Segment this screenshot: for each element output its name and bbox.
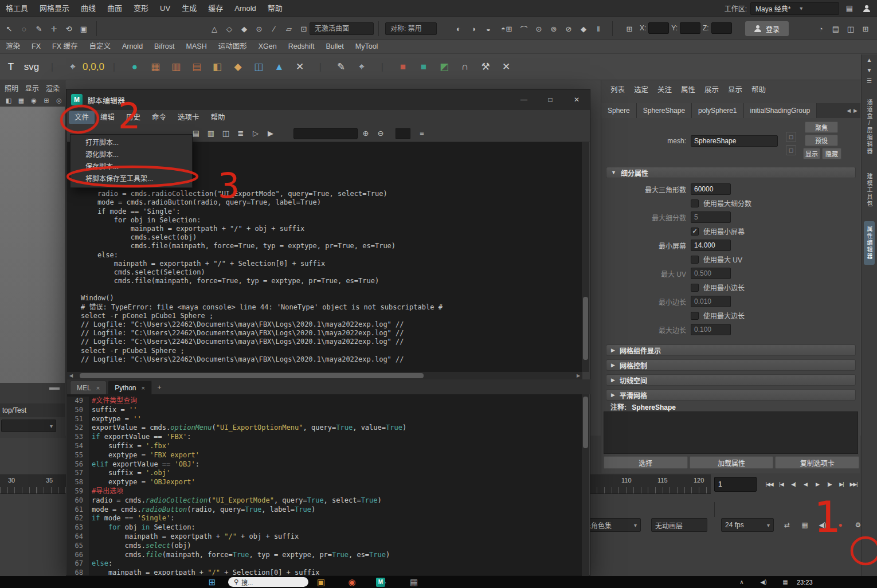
user-icon[interactable] <box>860 2 874 15</box>
taskbar-search[interactable]: ⚲ 搜... <box>228 577 308 587</box>
clip-editor-icon[interactable]: ▦ <box>798 519 811 531</box>
code-line[interactable]: 68 mainpath = exportpath + "/" + Selecti… <box>67 569 582 575</box>
viewport[interactable] <box>0 107 65 383</box>
code-line[interactable]: 53if exportValue == 'FBX': <box>67 433 582 442</box>
shelf-tab[interactable]: FX 缓存 <box>46 40 83 53</box>
scroll-right-icon[interactable]: ▶ <box>574 373 582 378</box>
code-line[interactable]: 67else: <box>67 559 582 569</box>
network-icon[interactable]: ▦ <box>778 575 792 588</box>
shelf-tab[interactable]: FX <box>26 40 46 53</box>
step-back-button[interactable]: ◀| <box>788 477 799 491</box>
code-line[interactable]: 63 for obj in Selection: <box>67 523 582 532</box>
hierarchy-select-icon[interactable]: △ <box>207 22 221 36</box>
code-line[interactable]: 58 exptype = 'OBJexport' <box>67 478 582 487</box>
select-tool-icon[interactable]: ↖ <box>2 22 16 36</box>
sidebar-tab-attribute-editor[interactable]: 属性编辑器 <box>864 221 875 265</box>
snap-center-icon[interactable]: ⊚ <box>547 22 561 36</box>
grid-icon[interactable]: ⊞ <box>41 95 52 105</box>
next-key-button[interactable]: ▶| <box>836 477 847 491</box>
hide-button[interactable]: 隐藏 <box>822 148 841 159</box>
input-connections-icon[interactable]: □ <box>786 132 796 142</box>
menu-item[interactable]: 变形 <box>128 0 154 17</box>
play-backwards-button[interactable]: ◀ <box>800 477 811 491</box>
shelf-separator[interactable]: | <box>104 56 124 78</box>
shelf-tab[interactable]: 自定义 <box>83 40 116 53</box>
symmetry-field[interactable]: 对称: 禁用 <box>385 22 437 35</box>
object-select-icon[interactable]: ◇ <box>222 22 236 36</box>
sphere-primitive-icon[interactable]: ● <box>125 56 144 78</box>
sidebar-tab-channel-box[interactable]: 通道盒/层编辑器 <box>864 95 875 159</box>
node-tab[interactable]: SphereShape <box>637 103 692 118</box>
footer-button[interactable]: 加载属性 <box>690 456 774 469</box>
target-weld-icon[interactable]: ⌖ <box>352 56 371 78</box>
horizontal-scrollbar[interactable]: ◀ ▶ <box>67 372 582 379</box>
fps-dropdown[interactable]: 24 fps ▾ <box>721 518 774 532</box>
code-line[interactable]: 57 suffix = '.obj' <box>67 469 582 478</box>
command-menu[interactable]: 命令 <box>146 111 172 124</box>
component-select-icon[interactable]: ◆ <box>237 22 251 36</box>
echo-commands-icon[interactable]: ◫ <box>219 127 233 140</box>
max-uv-field[interactable]: 0.500 <box>691 268 731 279</box>
code-line[interactable]: 50suffix = '' <box>67 406 582 415</box>
playback-loop-icon[interactable]: ⇄ <box>781 519 793 531</box>
code-line[interactable]: 60radio = cmds.radioCollection("UI_Expor… <box>67 496 582 505</box>
menu-item[interactable]: 生成 <box>176 0 202 17</box>
attr-menu-item[interactable]: 关注 <box>653 84 676 95</box>
cube-separate-icon[interactable]: ▥ <box>166 56 186 78</box>
presets-button[interactable]: 预设 <box>805 135 838 146</box>
measure-tool-icon[interactable]: ⌖ <box>63 56 83 78</box>
menu-item[interactable]: 曲线 <box>75 0 101 17</box>
dropdown-menu-item[interactable]: 将脚本保存至工具架... <box>71 173 192 185</box>
code-line[interactable]: 56elif exportValue == 'OBJ': <box>67 460 582 469</box>
line-numbers-icon[interactable]: ≣ <box>234 127 248 140</box>
edge-select-icon[interactable]: ∕ <box>267 22 281 36</box>
maximize-button[interactable]: □ <box>537 89 563 110</box>
use-min-screen-checkbox[interactable] <box>691 228 699 236</box>
cube-combine-icon[interactable]: ▦ <box>146 56 165 78</box>
login-button[interactable]: 登录 <box>745 21 789 36</box>
max-edge-field[interactable]: 0.100 <box>691 324 731 335</box>
footer-button[interactable]: 复制选项卡 <box>775 456 859 469</box>
folder-icon[interactable]: ▣ <box>314 575 328 588</box>
attr-menu-item[interactable]: 显示 <box>723 84 747 95</box>
step-forward-button[interactable]: |▶ <box>824 477 835 491</box>
section-header[interactable]: ▶ 网格组件显示 <box>606 344 856 356</box>
menu-item[interactable]: Arnold <box>229 0 262 17</box>
node-tab[interactable]: Sphere <box>601 103 637 118</box>
shading-icon[interactable]: ◧ <box>3 95 14 105</box>
attr-menu-item[interactable]: 选定 <box>629 84 653 95</box>
windows-start-icon[interactable]: ⊞ <box>205 575 219 588</box>
render-view-icon[interactable]: ◔ <box>814 22 828 36</box>
tab-python[interactable]: Python × <box>108 381 152 394</box>
execute-all-icon[interactable]: ▷ <box>249 127 263 140</box>
text-tool-icon[interactable]: T <box>1 56 21 78</box>
code-line[interactable]: 52exportValue = cmds.optionMenu("UI_Expo… <box>67 424 582 433</box>
viewport-menu-item[interactable]: 显示 <box>25 83 39 93</box>
code-line[interactable]: 65 cmds.select(obj) <box>67 542 582 551</box>
shelf-tab[interactable]: Bifrost <box>148 40 180 53</box>
section-header[interactable]: ▶ 网格控制 <box>606 359 856 371</box>
auto-key-icon[interactable]: ● <box>834 519 847 531</box>
uv-select-icon[interactable]: ⊡ <box>297 22 311 36</box>
attr-menu-item[interactable]: 属性 <box>676 84 700 95</box>
app-icon[interactable]: ▦ <box>407 575 421 588</box>
node-tab[interactable]: polySphere1 <box>692 103 743 118</box>
dropdown-menu-item[interactable]: 保存脚本... <box>71 161 192 173</box>
history-vertical-scrollbar[interactable] <box>582 142 589 372</box>
help-menu[interactable]: 帮助 <box>205 111 231 124</box>
section-header[interactable]: ▶ 切线空间 <box>606 374 856 386</box>
lasso-select-icon[interactable]: ◌ <box>17 22 31 36</box>
construction-history-icon[interactable]: ⊞ <box>622 22 636 36</box>
four-pane-icon[interactable]: ⊞ <box>859 22 872 36</box>
maya-taskbar-icon[interactable]: M <box>376 578 385 587</box>
make-live-icon[interactable]: ◆ <box>577 22 590 36</box>
bevel-icon[interactable]: ◩ <box>434 56 454 78</box>
use-max-subdiv-checkbox[interactable] <box>691 199 699 207</box>
shelf-separator[interactable]: | <box>311 56 330 78</box>
code-line[interactable]: 66 cmds.file(mainpath, force=True, typ =… <box>67 551 582 560</box>
use-max-edge-checkbox[interactable] <box>691 312 699 320</box>
scroll-up-icon[interactable]: ▲ <box>864 54 875 65</box>
shelf-tab[interactable]: Bullet <box>320 40 350 53</box>
go-to-end-button[interactable]: ▶▶| <box>848 477 859 491</box>
footer-button[interactable]: 选择 <box>604 456 688 469</box>
